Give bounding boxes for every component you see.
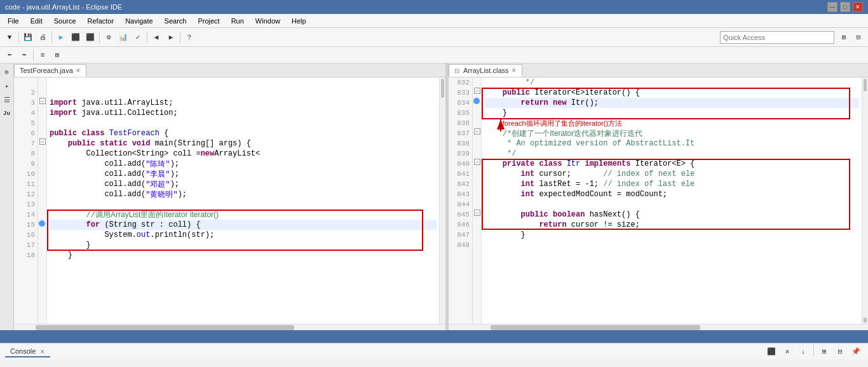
menu-navigate[interactable]: Navigate (120, 16, 158, 26)
maximize-button[interactable]: □ (840, 2, 850, 12)
fold-837[interactable]: − (474, 128, 480, 135)
code-line-7: public static void main(String[] args) { (50, 138, 437, 149)
tb-open-perspective[interactable]: ⊞ (837, 30, 851, 44)
tb2-expand[interactable]: ⊞ (50, 48, 64, 62)
tb-new-button[interactable]: ▼ (3, 30, 17, 44)
gutter-icon-ju[interactable]: Ju (1, 108, 13, 119)
right-vscroll-track (862, 93, 868, 316)
code-line-10: coll.add("李晨"); (50, 169, 437, 179)
right-vscrollbar[interactable] (862, 77, 868, 324)
code-line-11: coll.add("邓超"); (50, 179, 437, 189)
menu-help[interactable]: Help (287, 16, 311, 26)
console-clear-btn[interactable]: ✕ (780, 345, 794, 359)
code-line-8: Collection<String> coll = new ArrayList< (50, 149, 437, 159)
menu-edit[interactable]: Edit (25, 16, 48, 26)
menu-refactor[interactable]: Refactor (83, 16, 119, 26)
tb-prev-button[interactable]: ◀ (149, 30, 163, 44)
breakpoint-15[interactable] (39, 220, 45, 227)
right-line-834: return new Itr(); (484, 98, 859, 108)
breakpoint-834[interactable] (473, 98, 480, 104)
toolbar-search: ⊞ ⊟ (720, 30, 865, 44)
fold-3[interactable]: − (39, 98, 46, 104)
fold-833[interactable]: − (474, 88, 480, 94)
tb2-collapse[interactable]: ≡ (36, 48, 50, 62)
left-fold-gutter: − − (38, 77, 47, 324)
right-line-844 (484, 199, 859, 210)
menu-source[interactable]: Source (49, 16, 81, 26)
tb-perspective2[interactable]: ⊟ (851, 30, 865, 44)
gutter-icon-3[interactable]: ☰ (1, 94, 13, 105)
main-area: ⊕ ✦ ☰ Ju TestForeach.java ✕ 2 3 4 5 6 7 … (0, 63, 868, 330)
fold-7[interactable]: − (39, 138, 46, 145)
tb-debug-button[interactable]: ⬛ (69, 30, 83, 44)
tab-arraylist-close[interactable]: ✕ (512, 67, 517, 74)
right-line-836: foreach循环调用了集合的iterator()方法 (484, 118, 859, 128)
tb-run-button[interactable]: ▶ (54, 30, 68, 44)
close-button[interactable]: ✕ (853, 2, 863, 12)
left-gutter: ⊕ ✦ ☰ Ju (0, 63, 14, 330)
right-vscroll-thumb-bot[interactable] (864, 317, 867, 323)
tab-arraylist[interactable]: ⊟ ArrayList.class ✕ (449, 64, 522, 77)
gutter-icon-2[interactable]: ✦ (1, 80, 13, 91)
menu-run[interactable]: Run (226, 16, 249, 26)
tb2-back[interactable]: ⬅ (3, 48, 17, 62)
tb-stop-button[interactable]: ⬛ (83, 30, 97, 44)
menu-project[interactable]: Project (193, 16, 224, 26)
fold-840[interactable]: − (474, 159, 480, 165)
tb-build-button[interactable]: ⚙ (102, 30, 116, 44)
left-line-numbers: 2 3 4 5 6 7 8 9 10 11 12 13 14 15 16 17 … (14, 77, 38, 324)
gutter-icon-1[interactable]: ⊕ (1, 66, 13, 77)
right-hscrollbar[interactable] (449, 324, 868, 330)
console-tab-x[interactable]: ✕ (40, 349, 45, 355)
tb2-fwd[interactable]: ➡ (17, 48, 31, 62)
right-code-area[interactable]: */ public Iterator<E> iterator() { retur… (482, 77, 862, 324)
console-scroll-btn[interactable]: ↓ (796, 345, 810, 359)
fold-845[interactable]: − (474, 210, 480, 216)
code-line-4: import java.util.Collection; (50, 108, 437, 118)
tb-sep-5 (180, 32, 180, 43)
left-editor-pane: TestForeach.java ✕ 2 3 4 5 6 7 8 9 10 11… (14, 63, 446, 330)
menu-file[interactable]: File (3, 16, 24, 26)
tb-profile-button[interactable]: 📊 (116, 30, 130, 44)
menu-search[interactable]: Search (159, 16, 192, 26)
left-editor-scroll[interactable]: 2 3 4 5 6 7 8 9 10 11 12 13 14 15 16 17 … (14, 77, 445, 324)
window-title: code - java.util.ArrayList - Eclipse IDE (5, 3, 827, 11)
left-vscroll-thumb[interactable] (441, 79, 444, 98)
tb-coverage-button[interactable]: ✓ (131, 30, 145, 44)
console-pin-btn[interactable]: 📌 (849, 345, 863, 359)
right-fold-gutter: − − − − (473, 77, 482, 324)
right-line-835: } (484, 108, 859, 118)
right-editor-scroll[interactable]: 832 833 834 835 836 837 838 839 840 841 … (449, 77, 868, 324)
code-line-17: } (50, 240, 437, 250)
bottom-area: Console ✕ ⬛ ✕ ↓ ⊞ ⊟ 📌 (0, 343, 868, 359)
tab-testforeach[interactable]: TestForeach.java ✕ (14, 64, 86, 77)
console-tab[interactable]: Console ✕ (5, 346, 50, 357)
left-hscroll-thumb[interactable] (36, 325, 294, 330)
console-stop-btn[interactable]: ⬛ (764, 345, 778, 359)
menu-window[interactable]: Window (250, 16, 285, 26)
minimize-button[interactable]: — (827, 2, 837, 12)
right-line-838: * An optimized version of AbstractList.I… (484, 138, 859, 149)
right-vscroll-thumb-top[interactable] (864, 79, 867, 91)
right-hscroll-thumb[interactable] (491, 325, 700, 330)
quick-access-input[interactable] (720, 31, 834, 44)
left-vscrollbar[interactable] (439, 77, 445, 324)
code-line-18: } (50, 250, 437, 260)
tb-help-button[interactable]: ? (182, 30, 196, 44)
tab-testforeach-close[interactable]: ✕ (76, 67, 81, 74)
right-editor-pane: ⊟ ArrayList.class ✕ 832 833 834 835 836 … (449, 63, 868, 330)
tab-arraylist-label: ArrayList.class (463, 67, 509, 74)
code-line-empty (50, 77, 437, 88)
tb-next-button[interactable]: ▶ (164, 30, 178, 44)
console-view2-btn[interactable]: ⊟ (833, 345, 847, 359)
toolbar2: ⬅ ➡ ≡ ⊞ (0, 47, 868, 63)
menu-bar: File Edit Source Refactor Navigate Searc… (0, 14, 868, 28)
tb-print-button[interactable]: 🖨 (36, 30, 50, 44)
tb-sep-4 (147, 32, 147, 43)
left-hscrollbar[interactable] (14, 324, 445, 330)
code-line-9: coll.add("陈琦"); (50, 159, 437, 169)
tb-save-button[interactable]: 💾 (21, 30, 35, 44)
console-tab-label: Console (10, 347, 36, 355)
left-code-area[interactable]: import java.util.ArrayList; import java.… (47, 77, 439, 324)
console-view-btn[interactable]: ⊞ (817, 345, 831, 359)
